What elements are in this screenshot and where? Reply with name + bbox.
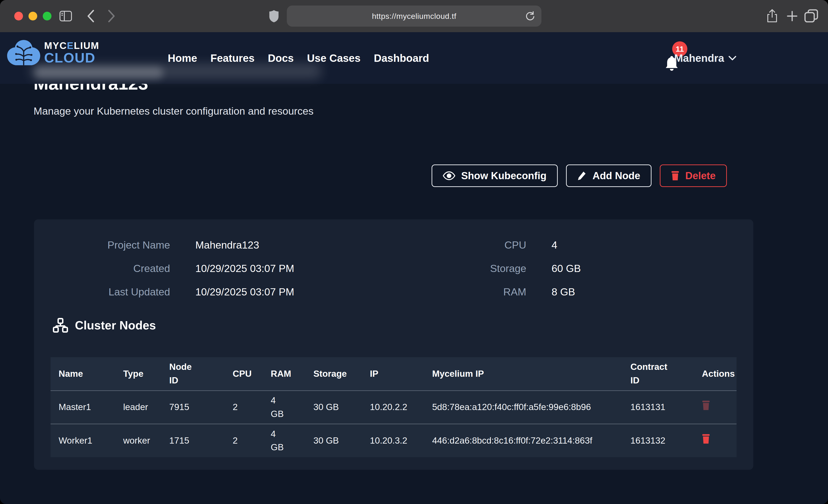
col-actions: Actions xyxy=(694,357,737,390)
node-contract-id: 1613131 xyxy=(622,390,694,424)
storage-value: 60 GB xyxy=(551,262,581,275)
last-updated-value: 10/29/2025 03:07 PM xyxy=(195,286,294,298)
user-menu[interactable]: Mahendra xyxy=(674,32,737,84)
node-ip: 10.20.3.2 xyxy=(362,424,424,457)
zoom-window-button[interactable] xyxy=(43,12,51,20)
minimize-window-button[interactable] xyxy=(29,12,37,20)
cpu-value: 4 xyxy=(551,239,557,251)
trash-icon xyxy=(671,171,679,181)
node-actions xyxy=(694,390,737,424)
cloud-logo-icon xyxy=(6,40,41,66)
col-type: Type xyxy=(115,357,161,390)
node-ram: 4 GB xyxy=(263,424,305,457)
main-nav: Home Features Docs Use Cases Dashboard xyxy=(168,32,429,84)
refresh-icon[interactable] xyxy=(525,5,535,27)
nav-dashboard[interactable]: Dashboard xyxy=(374,52,429,64)
col-ip: IP xyxy=(362,357,424,390)
node-storage: 30 GB xyxy=(305,424,362,457)
node-type: leader xyxy=(115,390,161,424)
chevron-down-icon xyxy=(728,55,737,61)
node-mycelium-ip: 446:d2a6:8bcd:8c16:ff0f:72e2:3114:863f xyxy=(424,424,622,457)
table-row: Master1 leader 7915 2 4 GB 30 GB 10.20.2… xyxy=(50,390,737,424)
delete-node-button[interactable] xyxy=(702,400,710,411)
storage-label: Storage xyxy=(407,262,526,275)
created-label: Created xyxy=(50,262,170,275)
show-kubeconfig-button[interactable]: Show Kubeconfig xyxy=(431,165,558,187)
nav-use-cases[interactable]: Use Cases xyxy=(307,52,361,64)
share-icon[interactable] xyxy=(767,0,778,32)
table-header-row: Name Type Node ID CPU RAM Storage IP Myc… xyxy=(50,357,737,390)
node-mycelium-ip: 5d8:78ea:a120:f40c:ff0f:a5fe:99e6:8b96 xyxy=(424,390,622,424)
node-actions xyxy=(694,424,737,457)
table-row: Worker1 worker 1715 2 4 GB 30 GB 10.20.3… xyxy=(50,424,737,457)
node-contract-id: 1613132 xyxy=(622,424,694,457)
browser-toolbar: https://myceliumcloud.tf xyxy=(0,0,828,32)
page-content: Mahendra123 Manage your Kubernetes clust… xyxy=(0,32,828,504)
node-ip: 10.20.2.2 xyxy=(362,390,424,424)
cluster-nodes-section-header: Cluster Nodes xyxy=(53,318,156,333)
back-icon[interactable] xyxy=(87,0,95,32)
blurred-title-smudge xyxy=(35,67,163,79)
tabs-icon[interactable] xyxy=(804,0,818,32)
eye-icon xyxy=(443,171,455,180)
add-node-label: Add Node xyxy=(592,170,640,181)
show-kubeconfig-label: Show Kubeconfig xyxy=(461,170,547,181)
forward-icon[interactable] xyxy=(108,0,115,32)
user-name: Mahendra xyxy=(674,52,724,64)
trash-icon xyxy=(702,400,710,411)
col-cpu: CPU xyxy=(225,357,263,390)
brand-text: MYCELIUM CLOUD xyxy=(44,41,99,65)
node-name: Worker1 xyxy=(50,424,115,457)
col-ram: RAM xyxy=(263,357,305,390)
cluster-nodes-icon xyxy=(53,318,68,333)
node-storage: 30 GB xyxy=(305,390,362,424)
cluster-nodes-table: Name Type Node ID CPU RAM Storage IP Myc… xyxy=(50,357,737,457)
cpu-label: CPU xyxy=(407,239,526,251)
shield-icon[interactable] xyxy=(269,0,279,32)
new-tab-icon[interactable] xyxy=(786,0,798,32)
delete-label: Delete xyxy=(685,170,716,181)
nav-home[interactable]: Home xyxy=(168,52,197,64)
address-bar[interactable]: https://myceliumcloud.tf xyxy=(287,5,541,27)
col-node-id: Node ID xyxy=(161,357,225,390)
node-cpu: 2 xyxy=(225,424,263,457)
col-contract-id: Contract ID xyxy=(622,357,694,390)
nav-features[interactable]: Features xyxy=(210,52,255,64)
created-value: 10/29/2025 03:07 PM xyxy=(195,262,294,275)
page-subtitle: Manage your Kubernetes cluster configura… xyxy=(34,105,314,117)
cluster-nodes-title: Cluster Nodes xyxy=(75,319,156,332)
project-name-value: Mahendra123 xyxy=(195,239,259,251)
col-mycelium-ip: Mycelium IP xyxy=(424,357,622,390)
app-header: MYCELIUM CLOUD Home Features Docs Use Ca… xyxy=(0,32,828,84)
add-node-button[interactable]: Add Node xyxy=(566,165,652,187)
delete-cluster-button[interactable]: Delete xyxy=(660,165,727,187)
nav-docs[interactable]: Docs xyxy=(268,52,294,64)
sidebar-toggle-icon[interactable] xyxy=(59,0,72,32)
node-id: 7915 xyxy=(161,390,225,424)
col-name: Name xyxy=(50,357,115,390)
node-id: 1715 xyxy=(161,424,225,457)
close-window-button[interactable] xyxy=(14,12,23,20)
node-ram: 4 GB xyxy=(263,390,305,424)
col-storage: Storage xyxy=(305,357,362,390)
pencil-icon xyxy=(577,171,586,181)
delete-node-button[interactable] xyxy=(702,433,710,444)
project-name-label: Project Name xyxy=(50,239,170,251)
browser-window: https://myceliumcloud.tf xyxy=(0,0,828,504)
node-name: Master1 xyxy=(50,390,115,424)
ram-value: 8 GB xyxy=(551,286,575,298)
brand-logo[interactable]: MYCELIUM CLOUD xyxy=(6,40,99,66)
url-text: https://myceliumcloud.tf xyxy=(372,12,456,21)
last-updated-label: Last Updated xyxy=(50,286,170,298)
node-cpu: 2 xyxy=(225,390,263,424)
cluster-overview-card: Project Name Mahendra123 Created 10/29/2… xyxy=(34,219,753,470)
ram-label: RAM xyxy=(407,286,526,298)
cluster-actions: Show Kubeconfig Add Node Delete xyxy=(431,165,727,187)
node-type: worker xyxy=(115,424,161,457)
trash-icon xyxy=(702,433,710,444)
